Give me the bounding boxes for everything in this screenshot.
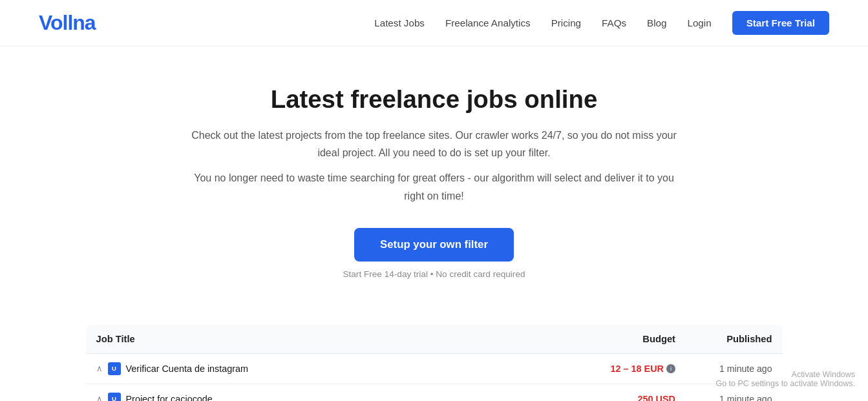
published-time: 1 minute ago — [719, 364, 772, 374]
published-cell: 1 minute ago — [686, 384, 783, 401]
table-row: ∧ U Verificar Cuenta de instagram 12 – 1… — [85, 353, 783, 384]
start-free-trial-button[interactable]: Start Free Trial — [732, 11, 829, 35]
table-row: ∧ U Project for caciocode 250 USD1 minut… — [85, 384, 783, 401]
trial-note: Start Free 14-day trial • No credit card… — [189, 269, 680, 279]
budget-cell: 12 – 18 EURi — [595, 353, 686, 384]
published-time: 1 minute ago — [719, 394, 772, 401]
nav-freelance-analytics[interactable]: Freelance Analytics — [445, 17, 531, 28]
setup-filter-button[interactable]: Setup your own filter — [354, 228, 514, 262]
hero-desc-2: You no longer need to waste time searchi… — [189, 169, 680, 204]
job-title-cell: ∧ U Verificar Cuenta de instagram — [85, 353, 595, 384]
nav-latest-jobs[interactable]: Latest Jobs — [374, 17, 425, 28]
job-title-text[interactable]: Verificar Cuenta de instagram — [126, 364, 249, 374]
col-header-published: Published — [686, 324, 783, 353]
budget-value: 12 – 18 EUR — [611, 364, 664, 374]
published-cell: 1 minute ago — [686, 353, 783, 384]
source-badge: U — [108, 393, 121, 401]
nav-login[interactable]: Login — [687, 17, 711, 28]
job-title-text[interactable]: Project for caciocode — [126, 394, 213, 401]
budget-cell: 250 USD — [595, 384, 686, 401]
col-header-job-title: Job Title — [85, 324, 595, 353]
row-expand-icon[interactable]: ∧ — [96, 394, 103, 401]
budget-info-icon[interactable]: i — [666, 364, 675, 373]
hero-desc-1: Check out the latest projects from the t… — [189, 127, 680, 161]
budget-value: 250 USD — [638, 394, 675, 401]
hero-section: Latest freelance jobs online Check out t… — [176, 46, 693, 305]
logo[interactable]: Vollna — [39, 11, 96, 35]
table-header-row: Job Title Budget Published — [85, 324, 783, 353]
jobs-table-section: Job Title Budget Published ∧ U Verificar… — [47, 324, 822, 401]
row-expand-icon[interactable]: ∧ — [96, 364, 103, 373]
col-header-budget: Budget — [595, 324, 686, 353]
hero-title: Latest freelance jobs online — [189, 85, 680, 114]
job-title-cell: ∧ U Project for caciocode — [85, 384, 595, 401]
nav-faqs[interactable]: FAQs — [602, 17, 626, 28]
jobs-table: Job Title Budget Published ∧ U Verificar… — [85, 324, 783, 401]
source-badge: U — [108, 362, 121, 375]
main-nav: Latest Jobs Freelance Analytics Pricing … — [374, 11, 829, 35]
nav-blog[interactable]: Blog — [647, 17, 666, 28]
nav-pricing[interactable]: Pricing — [551, 17, 581, 28]
